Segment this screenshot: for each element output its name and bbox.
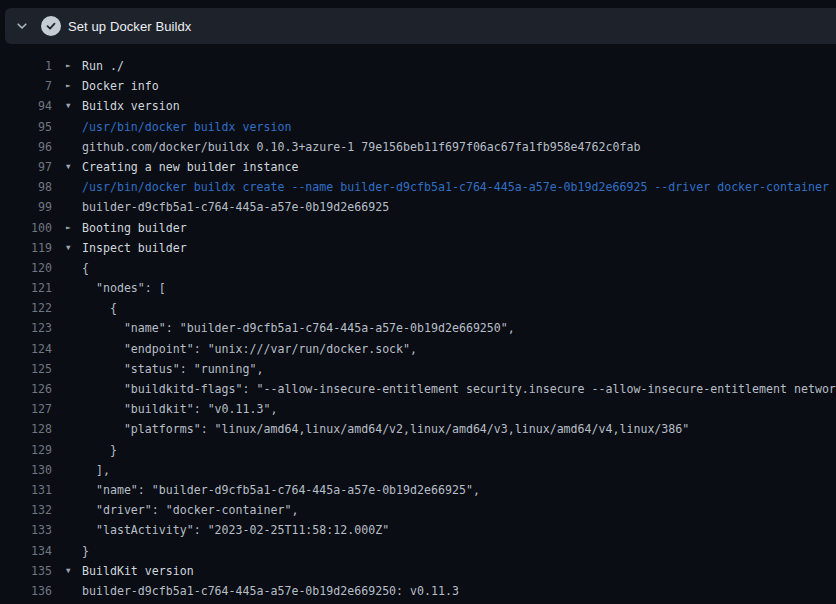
log-row: 129 }: [0, 440, 836, 460]
line-number[interactable]: 129: [0, 440, 52, 460]
line-number[interactable]: 130: [0, 460, 52, 480]
log-row: 95/usr/bin/docker buildx version: [0, 117, 836, 137]
line-number[interactable]: 99: [0, 197, 52, 217]
log-row: 133 "lastActivity": "2023-02-25T11:58:12…: [0, 520, 836, 540]
line-number[interactable]: 128: [0, 419, 52, 439]
log-lines: 1►Run ./7►Docker info94▼Buildx version95…: [0, 56, 836, 601]
log-row: 98/usr/bin/docker buildx create --name b…: [0, 177, 836, 197]
command-text: /usr/bin/docker buildx version: [82, 117, 836, 137]
step-header[interactable]: Set up Docker Buildx: [5, 8, 836, 44]
triangle-down-icon[interactable]: ▼: [66, 561, 82, 581]
group-title: Buildx version: [82, 96, 836, 116]
log-group-row[interactable]: 119▼Inspect builder: [0, 238, 836, 258]
output-text: builder-d9cfb5a1-c764-445a-a57e-0b19d2e6…: [82, 581, 836, 601]
log-row: 131 "name": "builder-d9cfb5a1-c764-445a-…: [0, 480, 836, 500]
output-text: "driver": "docker-container",: [82, 500, 836, 520]
output-text: "platforms": "linux/amd64,linux/amd64/v2…: [82, 419, 836, 439]
group-title: Creating a new builder instance: [82, 157, 836, 177]
line-number[interactable]: 96: [0, 137, 52, 157]
line-number[interactable]: 119: [0, 238, 52, 258]
line-number[interactable]: 124: [0, 339, 52, 359]
output-text: "lastActivity": "2023-02-25T11:58:12.000…: [82, 520, 836, 540]
log-group-row[interactable]: 7►Docker info: [0, 76, 836, 96]
command-text: /usr/bin/docker buildx create --name bui…: [82, 177, 836, 197]
output-text: {: [82, 258, 836, 278]
log-row: 132 "driver": "docker-container",: [0, 500, 836, 520]
output-text: "nodes": [: [82, 278, 836, 298]
line-number[interactable]: 95: [0, 117, 52, 137]
log-row: 125 "status": "running",: [0, 359, 836, 379]
line-number[interactable]: 131: [0, 480, 52, 500]
triangle-right-icon[interactable]: ►: [66, 76, 82, 96]
log-row: 130 ],: [0, 460, 836, 480]
log-row: 123 "name": "builder-d9cfb5a1-c764-445a-…: [0, 318, 836, 338]
output-text: "buildkit": "v0.11.3",: [82, 399, 836, 419]
line-number[interactable]: 133: [0, 520, 52, 540]
log-row: 126 "buildkitd-flags": "--allow-insecure…: [0, 379, 836, 399]
log-group-row[interactable]: 1►Run ./: [0, 56, 836, 76]
log-group-row[interactable]: 135▼BuildKit version: [0, 561, 836, 581]
line-number[interactable]: 97: [0, 157, 52, 177]
log-row: 124 "endpoint": "unix:///var/run/docker.…: [0, 339, 836, 359]
line-number[interactable]: 132: [0, 500, 52, 520]
line-number[interactable]: 98: [0, 177, 52, 197]
output-text: }: [82, 440, 836, 460]
output-text: "endpoint": "unix:///var/run/docker.sock…: [82, 339, 836, 359]
output-text: "name": "builder-d9cfb5a1-c764-445a-a57e…: [82, 480, 836, 500]
check-circle-icon: [41, 16, 61, 36]
log-row: 127 "buildkit": "v0.11.3",: [0, 399, 836, 419]
log-row: 136builder-d9cfb5a1-c764-445a-a57e-0b19d…: [0, 581, 836, 601]
log-row: 99builder-d9cfb5a1-c764-445a-a57e-0b19d2…: [0, 197, 836, 217]
log-row: 96github.com/docker/buildx 0.10.3+azure-…: [0, 137, 836, 157]
group-title: Booting builder: [82, 218, 836, 238]
line-number[interactable]: 135: [0, 561, 52, 581]
line-number[interactable]: 136: [0, 581, 52, 601]
line-number[interactable]: 127: [0, 399, 52, 419]
log-group-row[interactable]: 94▼Buildx version: [0, 96, 836, 116]
output-text: builder-d9cfb5a1-c764-445a-a57e-0b19d2e6…: [82, 197, 836, 217]
line-number[interactable]: 134: [0, 541, 52, 561]
chevron-down-icon[interactable]: [14, 18, 30, 34]
output-text: "name": "builder-d9cfb5a1-c764-445a-a57e…: [82, 318, 836, 338]
group-title: BuildKit version: [82, 561, 836, 581]
line-number[interactable]: 125: [0, 359, 52, 379]
line-number[interactable]: 121: [0, 278, 52, 298]
line-number[interactable]: 94: [0, 96, 52, 116]
line-number[interactable]: 1: [0, 56, 52, 76]
line-number[interactable]: 100: [0, 218, 52, 238]
log-group-row[interactable]: 100►Booting builder: [0, 218, 836, 238]
group-title: Run ./: [82, 56, 836, 76]
triangle-down-icon[interactable]: ▼: [66, 238, 82, 258]
line-number[interactable]: 7: [0, 76, 52, 96]
log-row: 121 "nodes": [: [0, 278, 836, 298]
group-title: Docker info: [82, 76, 836, 96]
output-text: github.com/docker/buildx 0.10.3+azure-1 …: [82, 137, 836, 157]
triangle-right-icon[interactable]: ►: [66, 56, 82, 76]
output-text: ],: [82, 460, 836, 480]
log-row: 128 "platforms": "linux/amd64,linux/amd6…: [0, 419, 836, 439]
triangle-down-icon[interactable]: ▼: [66, 157, 82, 177]
log-row: 122 {: [0, 298, 836, 318]
output-text: "buildkitd-flags": "--allow-insecure-ent…: [82, 379, 836, 399]
step-title: Set up Docker Buildx: [68, 19, 191, 34]
line-number[interactable]: 123: [0, 318, 52, 338]
line-number[interactable]: 122: [0, 298, 52, 318]
log-row: 134}: [0, 541, 836, 561]
output-text: "status": "running",: [82, 359, 836, 379]
log-row: 120{: [0, 258, 836, 278]
line-number[interactable]: 126: [0, 379, 52, 399]
log-group-row[interactable]: 97▼Creating a new builder instance: [0, 157, 836, 177]
triangle-right-icon[interactable]: ►: [66, 218, 82, 238]
output-text: {: [82, 298, 836, 318]
output-text: }: [82, 541, 836, 561]
triangle-down-icon[interactable]: ▼: [66, 96, 82, 116]
group-title: Inspect builder: [82, 238, 836, 258]
line-number[interactable]: 120: [0, 258, 52, 278]
